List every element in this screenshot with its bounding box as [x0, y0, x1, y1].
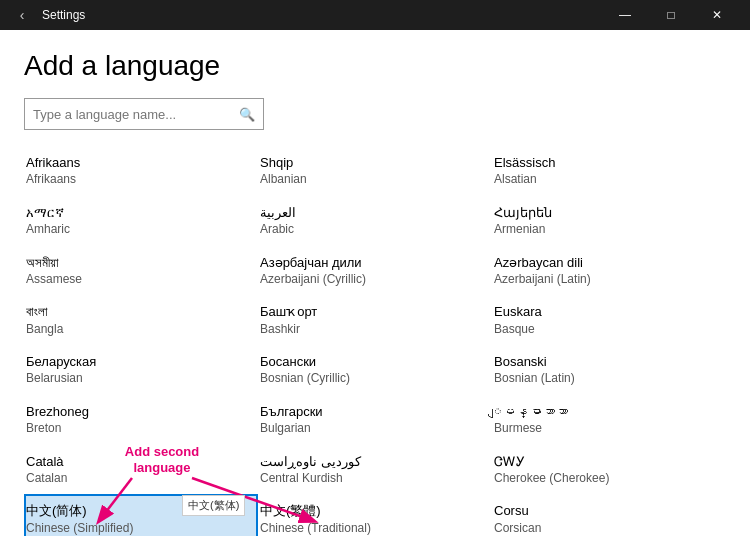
lang-item[interactable]: አማርኛAmharic — [24, 196, 258, 246]
lang-item[interactable]: বাংলাBangla — [24, 295, 258, 345]
lang-native-name: Brezhoneg — [26, 403, 248, 421]
app-title: Settings — [42, 8, 602, 22]
lang-english-name: Corsican — [494, 521, 716, 536]
lang-native-name: Català — [26, 453, 248, 471]
lang-english-name: Bashkir — [260, 322, 482, 338]
page-title: Add a language — [24, 50, 726, 82]
lang-native-name: کوردیی ناوەڕاست — [260, 453, 482, 471]
lang-item[interactable]: БеларускаяBelarusian — [24, 345, 258, 395]
lang-english-name: Bulgarian — [260, 421, 482, 437]
lang-english-name: Central Kurdish — [260, 471, 482, 487]
search-input[interactable] — [33, 107, 239, 122]
lang-english-name: Azerbaijani (Cyrillic) — [260, 272, 482, 288]
lang-english-name: Bangla — [26, 322, 248, 338]
lang-english-name: Basque — [494, 322, 716, 338]
lang-english-name: Albanian — [260, 172, 482, 188]
lang-english-name: Belarusian — [26, 371, 248, 387]
lang-item[interactable]: 中文(简体)Chinese (Simplified) — [24, 494, 258, 536]
lang-english-name: Assamese — [26, 272, 248, 288]
lang-english-name: Afrikaans — [26, 172, 248, 188]
lang-english-name: Bosnian (Latin) — [494, 371, 716, 387]
lang-item[interactable]: ElsässischAlsatian — [492, 146, 726, 196]
back-button[interactable]: ‹ — [10, 3, 34, 27]
lang-native-name: ᏣᎳᎩ — [494, 453, 716, 471]
lang-item[interactable]: БашҡортBashkir — [258, 295, 492, 345]
lang-english-name: Cherokee (Cherokee) — [494, 471, 716, 487]
lang-item[interactable]: BrezhonegBreton — [24, 395, 258, 445]
lang-native-name: Հայերեն — [494, 204, 716, 222]
lang-native-name: Беларуская — [26, 353, 248, 371]
lang-native-name: Азәрбајчан дили — [260, 254, 482, 272]
lang-item[interactable]: ျမန္မာဘာသာBurmese — [492, 395, 726, 445]
lang-english-name: Burmese — [494, 421, 716, 437]
lang-native-name: অসমীয়া — [26, 254, 248, 272]
lang-native-name: Azərbaycan dili — [494, 254, 716, 272]
minimize-button[interactable]: — — [602, 0, 648, 30]
lang-item[interactable]: 中文(繁體)Chinese (Traditional) — [258, 494, 492, 536]
lang-item[interactable]: AfrikaansAfrikaans — [24, 146, 258, 196]
search-icon: 🔍 — [239, 107, 255, 122]
lang-native-name: Босански — [260, 353, 482, 371]
lang-item[interactable]: Azərbaycan diliAzerbaijani (Latin) — [492, 246, 726, 296]
close-button[interactable]: ✕ — [694, 0, 740, 30]
lang-item[interactable]: EuskaraBasque — [492, 295, 726, 345]
lang-item[interactable]: ՀայերենArmenian — [492, 196, 726, 246]
lang-native-name: Български — [260, 403, 482, 421]
lang-item[interactable]: БългарскиBulgarian — [258, 395, 492, 445]
languages-grid: AfrikaansAfrikaansShqipAlbanianElsässisc… — [24, 146, 726, 536]
lang-native-name: Bosanski — [494, 353, 716, 371]
lang-english-name: Alsatian — [494, 172, 716, 188]
lang-native-name: 中文(简体) — [26, 502, 248, 520]
lang-item[interactable]: CatalàCatalan — [24, 445, 258, 495]
lang-item[interactable]: کوردیی ناوەڕاستCentral Kurdish — [258, 445, 492, 495]
lang-item[interactable]: ShqipAlbanian — [258, 146, 492, 196]
lang-native-name: Башҡорт — [260, 303, 482, 321]
lang-native-name: ျမန္မာဘာသာ — [494, 403, 716, 421]
lang-native-name: العربية — [260, 204, 482, 222]
maximize-button[interactable]: □ — [648, 0, 694, 30]
lang-english-name: Armenian — [494, 222, 716, 238]
lang-english-name: Amharic — [26, 222, 248, 238]
window-controls: — □ ✕ — [602, 0, 740, 30]
lang-item[interactable]: BosanskiBosnian (Latin) — [492, 345, 726, 395]
lang-native-name: አማርኛ — [26, 204, 248, 222]
lang-item[interactable]: العربيةArabic — [258, 196, 492, 246]
title-bar: ‹ Settings — □ ✕ — [0, 0, 750, 30]
lang-native-name: Shqip — [260, 154, 482, 172]
settings-content: Add a language 🔍 AfrikaansAfrikaansShqip… — [0, 30, 750, 536]
lang-item[interactable]: БосанскиBosnian (Cyrillic) — [258, 345, 492, 395]
lang-item[interactable]: ᏣᎳᎩCherokee (Cherokee) — [492, 445, 726, 495]
lang-native-name: বাংলা — [26, 303, 248, 321]
lang-item[interactable]: অসমীয়াAssamese — [24, 246, 258, 296]
search-box: 🔍 — [24, 98, 264, 130]
lang-native-name: Afrikaans — [26, 154, 248, 172]
lang-english-name: Chinese (Traditional) — [260, 521, 482, 536]
lang-native-name: Elsässisch — [494, 154, 716, 172]
lang-english-name: Catalan — [26, 471, 248, 487]
lang-item[interactable]: Азәрбајчан дилиAzerbaijani (Cyrillic) — [258, 246, 492, 296]
lang-native-name: 中文(繁體) — [260, 502, 482, 520]
lang-english-name: Bosnian (Cyrillic) — [260, 371, 482, 387]
lang-item[interactable]: CorsuCorsican — [492, 494, 726, 536]
lang-english-name: Azerbaijani (Latin) — [494, 272, 716, 288]
lang-native-name: Euskara — [494, 303, 716, 321]
lang-native-name: Corsu — [494, 502, 716, 520]
lang-english-name: Breton — [26, 421, 248, 437]
lang-english-name: Arabic — [260, 222, 482, 238]
lang-english-name: Chinese (Simplified) — [26, 521, 248, 536]
